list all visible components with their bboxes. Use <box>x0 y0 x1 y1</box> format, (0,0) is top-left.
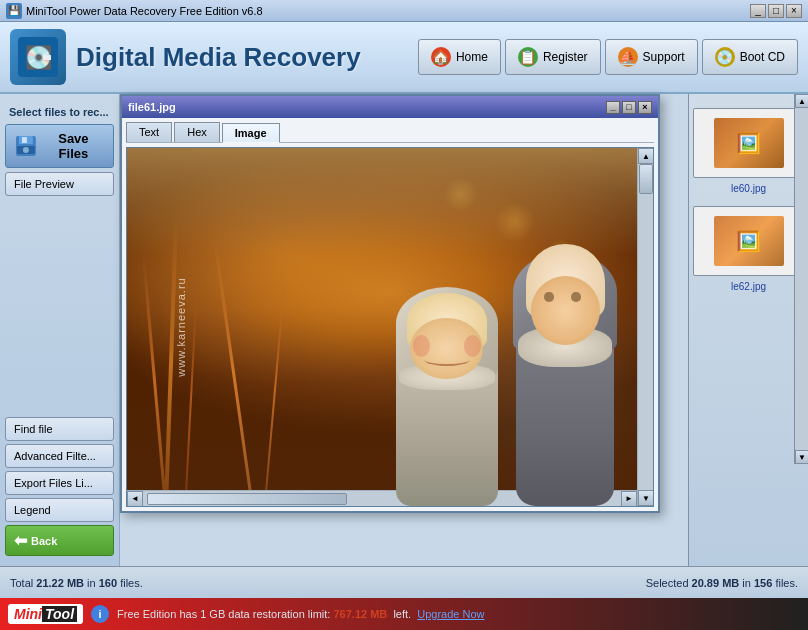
popup-content: Text Hex Image <box>122 118 658 511</box>
right-scroll-track <box>795 108 808 450</box>
save-files-button[interactable]: Save Files <box>5 124 114 168</box>
upgrade-now-link[interactable]: Upgrade Now <box>417 608 484 620</box>
older-child <box>504 238 627 506</box>
tab-text[interactable]: Text <box>126 122 172 142</box>
vertical-scrollbar[interactable]: ▲ ▼ <box>637 148 653 506</box>
advanced-filter-button[interactable]: Advanced Filte... <box>5 444 114 468</box>
right-scroll-up[interactable]: ▲ <box>795 94 808 108</box>
popup-close-button[interactable]: × <box>638 101 652 114</box>
legend-label: Legend <box>14 504 51 516</box>
file-preview-button[interactable]: File Preview <box>5 172 114 196</box>
watermark: www.karneeva.ru <box>175 277 187 376</box>
selected-size: 20.89 MB <box>692 577 740 589</box>
register-label: Register <box>543 50 588 64</box>
home-icon: 🏠 <box>431 47 451 67</box>
file-thumb-label-2: le62.jpg <box>693 281 804 292</box>
scroll-track-v[interactable] <box>638 164 653 490</box>
svg-point-6 <box>23 147 29 153</box>
right-scroll-down[interactable]: ▼ <box>795 450 808 464</box>
selected-label: Selected <box>646 577 689 589</box>
right-scrollbar[interactable]: ▲ ▼ <box>794 94 808 464</box>
app-logo: 💽 Digital Media Recovery <box>10 29 418 85</box>
content-area: Select files to rec... Save Files File P… <box>0 94 808 566</box>
support-icon: ⛵ <box>618 47 638 67</box>
support-button[interactable]: ⛵ Support <box>605 39 698 75</box>
popup-controls: _ □ × <box>606 101 652 114</box>
main-header: 💽 Digital Media Recovery 🏠 Home 📋 Regist… <box>0 22 808 94</box>
maximize-button[interactable]: □ <box>768 4 784 18</box>
mb-left: 767.12 MB <box>333 608 387 620</box>
total-label: Total <box>10 577 33 589</box>
back-button[interactable]: ⬅ Back <box>5 525 114 556</box>
selected-count: 156 <box>754 577 772 589</box>
tab-hex[interactable]: Hex <box>174 122 220 142</box>
total-count: 160 <box>99 577 117 589</box>
boot-icon: 💿 <box>715 47 735 67</box>
free-edition-msg: Free Edition has 1 GB data restoration l… <box>117 608 485 620</box>
popup-tabs: Text Hex Image <box>126 122 654 143</box>
status-bar: Total 21.22 MB in 160 files. Selected 20… <box>0 566 808 598</box>
find-file-label: Find file <box>14 423 53 435</box>
sidebar-bottom: Find file Advanced Filte... Export Files… <box>5 417 114 556</box>
file-thumb-label-1: le60.jpg <box>693 183 804 194</box>
find-file-button[interactable]: Find file <box>5 417 114 441</box>
popup-minimize-button[interactable]: _ <box>606 101 620 114</box>
minimize-button[interactable]: _ <box>750 4 766 18</box>
boot-cd-button[interactable]: 💿 Boot CD <box>702 39 798 75</box>
popup-maximize-button[interactable]: □ <box>622 101 636 114</box>
export-files-button[interactable]: Export Files Li... <box>5 471 114 495</box>
total-files: files. <box>120 577 143 589</box>
popup-title-bar: file61.jpg _ □ × <box>122 96 658 118</box>
export-files-label: Export Files Li... <box>14 477 93 489</box>
image-display: www.karneeva.ru ▲ ▼ ◄ <box>126 147 654 507</box>
thumb-preview-2: 🖼️ <box>714 216 784 266</box>
home-label: Home <box>456 50 488 64</box>
legend-button[interactable]: Legend <box>5 498 114 522</box>
svg-rect-4 <box>22 137 27 143</box>
scroll-down-button[interactable]: ▼ <box>638 490 654 506</box>
main-content: file61.jpg _ □ × Text Hex Image <box>120 94 688 566</box>
info-icon: i <box>91 605 109 623</box>
advanced-filter-label: Advanced Filte... <box>14 450 96 462</box>
right-panel: 🖼️ le60.jpg 🖼️ le62.jpg ▲ ▼ <box>688 94 808 566</box>
scroll-thumb-v[interactable] <box>639 164 653 194</box>
selected-in: in <box>742 577 751 589</box>
register-button[interactable]: 📋 Register <box>505 39 601 75</box>
tab-image[interactable]: Image <box>222 123 280 143</box>
minitool-logo: MiniTool <box>8 604 83 624</box>
back-label: Back <box>31 535 57 547</box>
scroll-left-button[interactable]: ◄ <box>127 491 143 507</box>
popup-title: file61.jpg <box>128 101 606 113</box>
svg-text:💽: 💽 <box>25 44 53 71</box>
home-button[interactable]: 🏠 Home <box>418 39 501 75</box>
file-preview-label: File Preview <box>14 178 74 190</box>
total-in: in <box>87 577 96 589</box>
file-thumbnail-1[interactable]: 🖼️ <box>693 108 804 178</box>
photo-people <box>390 202 627 506</box>
thumb-preview-1: 🖼️ <box>714 118 784 168</box>
title-bar-controls: _ □ × <box>750 4 802 18</box>
close-button[interactable]: × <box>786 4 802 18</box>
scroll-thumb-h[interactable] <box>147 493 347 505</box>
total-size: 21.22 MB <box>36 577 84 589</box>
bottom-bar: MiniTool i Free Edition has 1 GB data re… <box>0 598 808 630</box>
boot-label: Boot CD <box>740 50 785 64</box>
logo-mini: Mini <box>14 606 42 622</box>
sidebar: Select files to rec... Save Files File P… <box>0 94 120 566</box>
select-files-label: Select files to rec... <box>5 104 114 120</box>
logo-icon: 💽 <box>10 29 66 85</box>
scroll-up-button[interactable]: ▲ <box>638 148 654 164</box>
selected-files: files. <box>775 577 798 589</box>
header-buttons: 🏠 Home 📋 Register ⛵ Support 💿 Boot CD <box>418 39 798 75</box>
file-preview-popup: file61.jpg _ □ × Text Hex Image <box>120 94 660 513</box>
title-bar: 💾 MiniTool Power Data Recovery Free Edit… <box>0 0 808 22</box>
save-files-label: Save Files <box>42 131 105 161</box>
younger-child <box>390 287 504 506</box>
file-thumbnail-2[interactable]: 🖼️ <box>693 206 804 276</box>
register-icon: 📋 <box>518 47 538 67</box>
app-icon: 💾 <box>6 3 22 19</box>
logo-tool: Tool <box>42 606 77 622</box>
app-title: Digital Media Recovery <box>76 42 361 73</box>
save-icon <box>14 134 38 158</box>
support-label: Support <box>643 50 685 64</box>
